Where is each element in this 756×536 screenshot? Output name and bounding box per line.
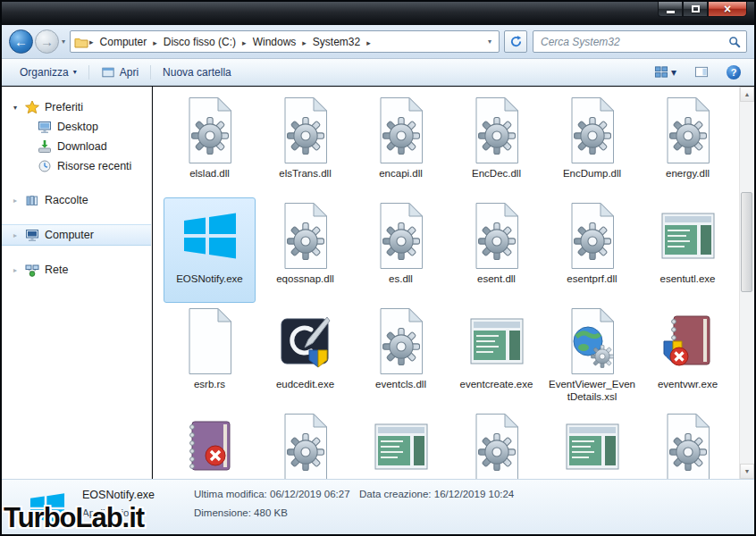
minimize-button[interactable] [658,2,683,17]
help-icon: ? [727,65,741,80]
file-eventcls-dll[interactable]: eventcls.dll [355,303,447,408]
file-name: eudcedit.exe [276,379,334,391]
sidebar-item-label: Raccolte [45,194,88,206]
breadcrumb: Computer▸Disco fisso (C:)▸Windows▸System… [95,36,372,48]
file-es-dll[interactable]: es.dll [355,197,447,303]
globe-file-icon [564,306,621,376]
blank-file-icon [181,306,239,376]
dll-file-icon [468,412,525,479]
breadcrumb-arrow-icon[interactable]: ▸ [365,38,372,47]
file-eventcreate-exe[interactable]: eventcreate.exe [450,303,542,408]
scroll-down-button[interactable]: ▼ [740,464,754,479]
file-name: energy.dll [666,168,710,180]
file-eosnotify-exe[interactable]: EOSNotify.exe [164,197,256,303]
preview-pane-icon [694,65,709,79]
download-icon [38,139,52,154]
file-eventviewer-eventdetails-xsl[interactable]: EventViewer_EventDetails.xsl [546,303,638,408]
file-elslad-dll[interactable]: elslad.dll [164,92,256,197]
breadcrumb-arrow-icon[interactable]: ▸ [241,38,248,47]
back-button[interactable]: ← [9,29,33,54]
file-encdec-dll[interactable]: EncDec.dll [450,92,542,197]
toolbar-separator [88,65,89,80]
console-file-icon [468,306,525,376]
dll-file-icon [659,412,717,479]
toolbar-separator [150,65,151,80]
status-file-name: EOSNotify.exe [82,489,194,501]
console-file-icon [659,201,717,271]
nuova-cartella-button[interactable]: Nuova cartella [154,63,240,82]
sidebar-item-computer[interactable]: ▸Computer [2,224,151,246]
views-grid-icon [654,65,668,79]
file-esent-dll[interactable]: esent.dll [450,197,542,303]
breadcrumb-item-system32[interactable]: System32 [307,34,365,50]
maximize-button[interactable] [683,2,708,17]
sidebar-item-desktop[interactable]: Desktop [2,117,151,137]
computer-icon [25,228,39,242]
file-eudcedit-exe[interactable]: eudcedit.exe [259,303,351,408]
back-arrow-icon: ← [14,34,28,49]
file-eqossnap-dll[interactable]: eqossnap.dll [259,197,351,303]
file-item[interactable] [546,408,638,479]
search-icon[interactable] [728,36,741,48]
chevron-down-icon: ▾ [73,68,77,76]
file-esentutl-exe[interactable]: esentutl.exe [642,197,734,303]
organizza-button[interactable]: Organizza ▾ [11,63,86,82]
star-icon [25,100,39,114]
file-name: eventcreate.exe [460,379,533,391]
breadcrumb-item-windows[interactable]: Windows [248,34,302,50]
sidebar-item-download[interactable]: Download [2,137,151,156]
views-button[interactable]: ▾ [650,63,681,81]
sidebar-item-rete[interactable]: ▸Rete [2,260,151,280]
file-item[interactable] [164,408,256,479]
apri-button[interactable]: Apri [92,63,147,82]
dll-file-icon [468,201,525,271]
titlebar[interactable]: × [2,2,754,25]
sidebar-item-risorse-recenti[interactable]: Risorse recenti [2,156,151,176]
dll-file-icon [373,306,430,376]
breadcrumb-arrow-icon[interactable]: ▸ [152,38,158,47]
expand-arrow-icon[interactable]: ▸ [11,231,20,239]
file-encapi-dll[interactable]: encapi.dll [355,92,447,197]
help-button[interactable]: ? [722,63,745,82]
file-name: esentprf.dll [567,273,617,286]
file-elstrans-dll[interactable]: elsTrans.dll [259,92,351,197]
file-eventvwr-exe[interactable]: eventvwr.exe [642,303,734,408]
sidebar-item-preferiti[interactable]: ▾Preferiti [2,97,151,117]
scrollbar[interactable]: ▲ ▼ [739,87,754,479]
file-item[interactable] [642,408,734,479]
preview-pane-button[interactable] [690,63,713,81]
search-input[interactable] [539,35,728,49]
breadcrumb-arrow-icon[interactable]: ▸ [301,38,307,47]
scroll-up-button[interactable]: ▲ [740,87,754,102]
file-esentprf-dll[interactable]: esentprf.dll [546,197,638,303]
breadcrumb-item-computer[interactable]: Computer [95,34,153,50]
history-dropdown-button[interactable]: ▾ [59,38,70,46]
desktop-icon [38,120,52,134]
search-box [533,30,747,53]
console-file-icon [564,412,621,479]
file-name: esrb.rs [194,379,225,391]
forward-button[interactable]: → [35,29,59,54]
refresh-button[interactable] [504,30,527,53]
file-esrb-rs[interactable]: esrb.rs [164,303,256,408]
file-item[interactable] [259,408,351,479]
dll-file-icon [373,96,430,165]
file-energy-dll[interactable]: energy.dll [642,92,734,197]
refresh-icon [509,35,523,48]
expand-arrow-icon[interactable]: ▾ [11,104,20,112]
console-file-icon [373,412,430,479]
scrollbar-thumb[interactable] [741,192,752,292]
expand-arrow-icon[interactable]: ▸ [11,266,20,274]
file-item[interactable] [355,408,447,479]
file-encdump-dll[interactable]: EncDump.dll [546,92,638,197]
file-item[interactable] [450,408,542,479]
forward-arrow-icon: → [40,34,54,49]
address-dropdown-icon[interactable]: ▾ [484,38,495,46]
file-name: eqossnap.dll [276,273,334,286]
address-bar[interactable]: ▸ Computer▸Disco fisso (C:)▸Windows▸Syst… [70,30,500,53]
command-bar: Organizza ▾ Apri Nuova cartella ▾ ? [2,59,754,86]
expand-arrow-icon[interactable]: ▸ [11,197,20,205]
sidebar-item-raccolte[interactable]: ▸Raccolte [2,190,151,210]
breadcrumb-item-disco-fisso-c[interactable]: Disco fisso (C:) [158,34,241,50]
close-button[interactable]: × [708,2,747,17]
